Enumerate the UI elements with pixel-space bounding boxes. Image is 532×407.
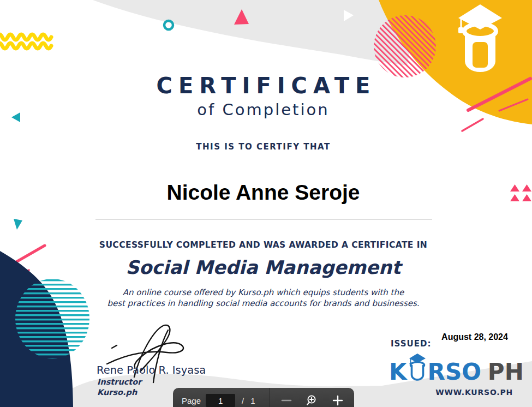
signer-name: Rene Paolo R. Isyasa — [97, 364, 206, 376]
toolbar-divider — [270, 388, 270, 407]
certify-line: THIS IS TO CERTIFY THAT — [49, 142, 477, 152]
name-divider-line — [95, 219, 432, 220]
award-line: SUCCESSFULLY COMPLETED AND WAS AWARDED A… — [49, 240, 477, 250]
zoom-out-button[interactable] — [281, 395, 292, 406]
plus-icon — [332, 395, 343, 406]
pdf-viewer-toolbar: Page / 1 — [173, 388, 354, 407]
zoom-tool-button[interactable] — [306, 394, 318, 406]
gray-wedge-shape — [93, 0, 413, 65]
certificate-subtitle: of Completion — [49, 100, 477, 119]
page-separator: / — [242, 396, 244, 405]
magnifier-plus-icon — [306, 394, 318, 406]
issued-label: ISSUED: — [391, 339, 431, 349]
certificate-viewer: CERTIFICATE of Completion THIS IS TO CER… — [0, 0, 532, 407]
zoom-in-button[interactable] — [332, 395, 343, 406]
total-pages: 1 — [250, 396, 255, 405]
yellow-waves-shape — [0, 34, 51, 49]
teal-down-triangle-icon — [14, 219, 22, 230]
recipient-name: Nicole Anne Seroje — [49, 181, 477, 205]
course-title: Social Media Management — [49, 256, 477, 278]
pink-triangle-grid-shape — [510, 184, 532, 201]
kurso-ph-logo: K RSO PH — [389, 354, 524, 384]
teal-left-triangle-icon — [11, 112, 20, 122]
pink-striped-circle-shape — [374, 15, 436, 77]
signer-role: Instructor — [97, 378, 141, 386]
logo-letters-rso: RSO — [428, 361, 481, 384]
issued-date: August 28, 2024 — [437, 332, 513, 342]
course-description-line1: An online course offered by Kurso.ph whi… — [49, 288, 477, 297]
minus-icon — [281, 395, 292, 406]
certificate-title: CERTIFICATE — [49, 73, 477, 98]
course-description-line2: best practices in handling social media … — [49, 298, 477, 308]
page-number-input[interactable] — [206, 394, 235, 407]
logo-letter-k: K — [389, 361, 407, 384]
signer-organization: Kurso.ph — [97, 388, 137, 397]
logo-letters-ph: PH — [488, 361, 524, 384]
logo-graduation-cap-u-icon — [408, 354, 427, 384]
page-label: Page — [182, 396, 201, 405]
website-url: WWW.KURSO.PH — [404, 388, 513, 397]
